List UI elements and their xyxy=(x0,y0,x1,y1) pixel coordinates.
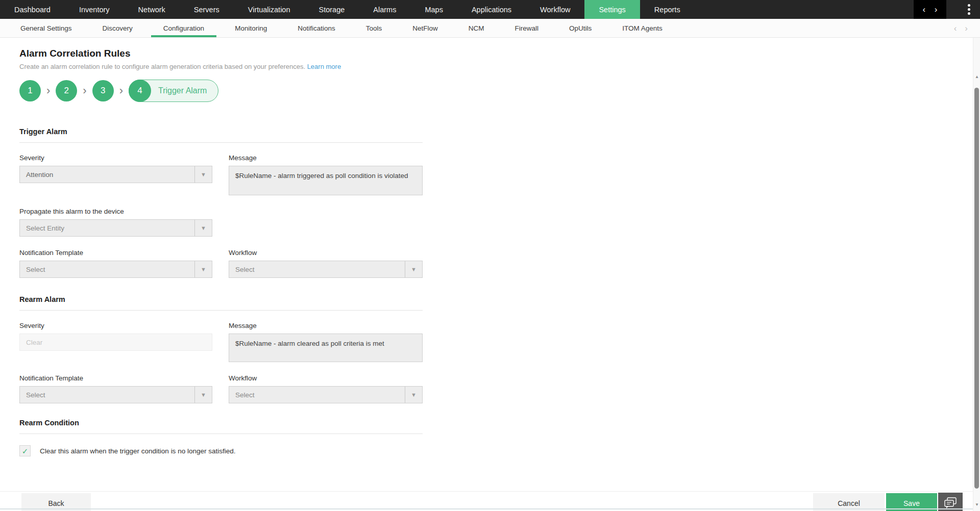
section-divider xyxy=(19,433,423,434)
notification-template-value: Select xyxy=(20,261,194,277)
notification-template-value: Select xyxy=(20,387,194,403)
rearm-condition-label: Clear this alarm when the trigger condit… xyxy=(40,447,235,455)
nav-item-dashboard[interactable]: Dashboard xyxy=(0,0,65,19)
nav-item-workflow[interactable]: Workflow xyxy=(526,0,584,19)
page-title: Alarm Correlation Rules xyxy=(19,48,980,59)
chevron-right-icon: › xyxy=(46,85,50,96)
tab-discovery[interactable]: Discovery xyxy=(87,19,148,37)
tab-configuration[interactable]: Configuration xyxy=(148,19,219,37)
nav-item-settings[interactable]: Settings xyxy=(584,0,640,19)
tab-monitoring[interactable]: Monitoring xyxy=(219,19,282,37)
page-subtitle-text: Create an alarm correlation rule to conf… xyxy=(19,63,305,70)
rearm-condition-heading: Rearm Condition xyxy=(19,419,423,427)
trigger-alarm-heading: Trigger Alarm xyxy=(19,127,423,136)
scroll-up-arrow-icon[interactable]: ▲ xyxy=(973,74,980,79)
severity-label: Severity xyxy=(19,154,212,162)
propagate-entity-select[interactable]: Select Entity ▼ xyxy=(19,219,212,237)
nav-item-reports[interactable]: Reports xyxy=(640,0,695,19)
section-divider xyxy=(19,142,423,143)
rearm-severity-label: Severity xyxy=(19,322,212,329)
tab-itom-agents[interactable]: ITOM Agents xyxy=(607,19,678,37)
chevron-right-icon: › xyxy=(83,85,86,96)
chat-bubbles-icon xyxy=(943,496,958,509)
rearm-severity-input: Clear xyxy=(19,334,212,351)
nav-item-alarms[interactable]: Alarms xyxy=(359,0,410,19)
section-divider xyxy=(19,310,423,311)
rearm-notification-template-label: Notification Template xyxy=(19,374,212,382)
step-3[interactable]: 3 xyxy=(92,80,114,101)
scroll-down-arrow-icon[interactable]: ▼ xyxy=(973,502,980,507)
chevron-right-icon[interactable]: › xyxy=(935,5,938,14)
rearm-message-label: Message xyxy=(229,322,423,329)
rearm-notification-template-select[interactable]: Select ▼ xyxy=(19,386,212,403)
page-subtitle: Create an alarm correlation rule to conf… xyxy=(19,63,980,70)
rearm-workflow-label: Workflow xyxy=(229,374,423,382)
step-2[interactable]: 2 xyxy=(56,80,77,101)
nav-item-network[interactable]: Network xyxy=(124,0,180,19)
chevron-down-icon: ▼ xyxy=(194,166,212,183)
trigger-message-textarea[interactable]: $RuleName - alarm triggered as poll cond… xyxy=(229,166,423,195)
chevron-right-icon[interactable]: › xyxy=(965,23,968,34)
nav-item-inventory[interactable]: Inventory xyxy=(65,0,124,19)
learn-more-link[interactable]: Learn more xyxy=(307,63,341,70)
scrollbar-thumb[interactable] xyxy=(974,88,979,489)
rearm-condition-checkbox[interactable]: ✓ xyxy=(19,445,31,456)
check-icon: ✓ xyxy=(22,447,29,455)
chevron-right-icon: › xyxy=(119,85,123,96)
tab-netflow[interactable]: NetFlow xyxy=(397,19,453,37)
severity-value: Attention xyxy=(20,166,194,183)
chevron-left-icon[interactable]: ‹ xyxy=(954,23,957,34)
step-1[interactable]: 1 xyxy=(19,80,41,101)
trigger-notification-template-select[interactable]: Select ▼ xyxy=(19,261,212,278)
trigger-workflow-select[interactable]: Select ▼ xyxy=(229,261,423,278)
nav-item-applications[interactable]: Applications xyxy=(457,0,526,19)
workflow-label: Workflow xyxy=(229,249,423,257)
step-4-active[interactable]: 4 Trigger Alarm xyxy=(129,80,218,102)
workflow-value: Select xyxy=(229,387,405,403)
tab-firewall[interactable]: Firewall xyxy=(500,19,554,37)
chevron-down-icon: ▼ xyxy=(194,220,212,236)
notification-template-label: Notification Template xyxy=(19,249,212,257)
rearm-condition-row: ✓ Clear this alarm when the trigger cond… xyxy=(19,445,423,456)
settings-tab-bar: General Settings Discovery Configuration… xyxy=(0,19,980,38)
tab-oputils[interactable]: OpUtils xyxy=(554,19,607,37)
vertical-scrollbar[interactable]: ▲ ▼ xyxy=(973,38,980,511)
nav-item-virtualization[interactable]: Virtualization xyxy=(234,0,305,19)
propagate-label: Propagate this alarm to the device xyxy=(19,208,212,215)
step-4: 4 xyxy=(129,80,151,102)
nav-scroll-arrows: ‹ › xyxy=(914,0,946,19)
viewport-bottom-edge xyxy=(0,508,973,509)
main-content: Alarm Correlation Rules Create an alarm … xyxy=(0,38,980,456)
chevron-down-icon: ▼ xyxy=(405,261,422,277)
top-navigation-bar: Dashboard Inventory Network Servers Virt… xyxy=(0,0,980,19)
step-4-label: Trigger Alarm xyxy=(158,86,207,95)
severity-select[interactable]: Attention ▼ xyxy=(19,166,212,183)
chevron-down-icon: ▼ xyxy=(405,387,422,403)
tab-tools[interactable]: Tools xyxy=(351,19,398,37)
tab-notifications[interactable]: Notifications xyxy=(282,19,351,37)
chevron-down-icon: ▼ xyxy=(194,387,212,403)
nav-item-storage[interactable]: Storage xyxy=(305,0,359,19)
nav-item-maps[interactable]: Maps xyxy=(410,0,457,19)
rearm-message-textarea[interactable]: $RuleName - alarm cleared as poll criter… xyxy=(229,334,423,362)
workflow-value: Select xyxy=(229,261,405,277)
chevron-left-icon[interactable]: ‹ xyxy=(923,5,926,14)
tab-ncm[interactable]: NCM xyxy=(453,19,500,37)
tab-general-settings[interactable]: General Settings xyxy=(5,19,87,37)
tab-scroll-arrows: ‹ › xyxy=(954,19,968,38)
rearm-alarm-heading: Rearm Alarm xyxy=(19,295,423,303)
propagate-entity-value: Select Entity xyxy=(20,220,194,236)
kebab-menu-icon[interactable] xyxy=(962,0,976,19)
step-indicator: 1 › 2 › 3 › 4 Trigger Alarm xyxy=(19,80,980,102)
nav-item-servers[interactable]: Servers xyxy=(180,0,234,19)
message-label: Message xyxy=(229,154,423,162)
rearm-workflow-select[interactable]: Select ▼ xyxy=(229,386,423,403)
chevron-down-icon: ▼ xyxy=(194,261,212,277)
